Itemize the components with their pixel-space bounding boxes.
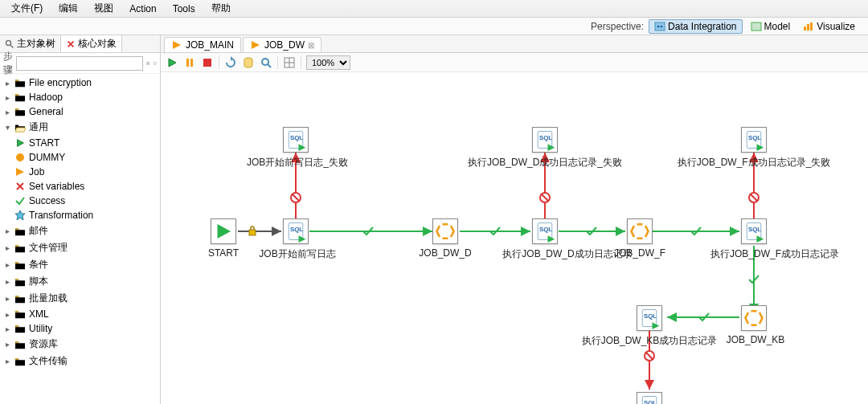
tree-ftp[interactable]: ▸文件传输 [0, 353, 160, 369]
tree-repo[interactable]: ▸资源库 [0, 336, 160, 353]
tree-setvar[interactable]: Set variables [0, 179, 160, 194]
node-dw-f-fail[interactable] [741, 127, 767, 153]
expander-icon[interactable]: ▸ [3, 324, 11, 333]
folder-icon [14, 277, 26, 287]
menu-action[interactable]: Action [121, 2, 164, 16]
tree-filemgmt[interactable]: ▸文件管理 [0, 239, 160, 256]
node-dw-kb[interactable] [741, 305, 767, 331]
setvar-icon [14, 181, 26, 192]
sql-icon [743, 220, 765, 243]
replay-icon[interactable] [224, 56, 237, 69]
tree-xml[interactable]: ▸XML [0, 307, 160, 321]
expander-icon[interactable]: ▸ [3, 357, 11, 365]
steps-search-input[interactable] [16, 56, 143, 71]
vis-icon [803, 22, 814, 31]
node-dw-d[interactable] [432, 218, 458, 244]
node-start[interactable] [211, 218, 236, 244]
tree-hadoop[interactable]: ▸Hadoop [0, 90, 160, 104]
tab-job-main[interactable]: JOB_MAIN [164, 37, 241, 52]
node-dw-f-fail-label: 执行JOB_DW_F成功日志记录_失败 [678, 156, 831, 169]
node-prelog-label: JOB开始前写日志 [259, 247, 335, 261]
perspective-visualize[interactable]: Visualize [798, 20, 860, 33]
expander-icon[interactable]: ▸ [3, 310, 11, 318]
tree-start[interactable]: START [0, 136, 160, 150]
expander-icon[interactable]: ▸ [3, 108, 11, 116]
tree-job[interactable]: Job [0, 165, 160, 179]
node-dw-f[interactable] [627, 218, 653, 244]
sql-icon [534, 220, 556, 243]
tree-file-encryption[interactable]: ▸File encryption [0, 75, 160, 90]
node-dw-d-fail-label: 执行JOB_DW_D成功日志记录_失败 [468, 156, 622, 169]
side-tab-core-objects[interactable]: 核心对象 [61, 35, 122, 52]
node-dw-kb-ok[interactable] [637, 305, 662, 331]
tree-utility[interactable]: ▸Utility [0, 321, 160, 336]
node-dw-f-ok[interactable] [741, 218, 767, 244]
menu-file[interactable]: 文件(F) [3, 0, 51, 17]
tree-bulk[interactable]: ▸批量加载 [0, 290, 160, 307]
pencil-icon [66, 39, 76, 49]
sidebar: 主对象树 核心对象 步骤 ▸File encryption ▸Hadoop ▸G… [0, 35, 161, 404]
tree-success[interactable]: Success [0, 194, 160, 208]
sql-icon[interactable] [242, 56, 255, 69]
expander-icon[interactable]: ▸ [3, 278, 11, 286]
node-dw-kb-fail[interactable] [637, 392, 662, 404]
folder-icon [14, 260, 26, 270]
tree-dummy[interactable]: DUMMY [0, 150, 160, 165]
node-dw-d-ok-label: 执行JOB_DW_D成功日志记录 [502, 247, 632, 261]
sql-icon [285, 129, 307, 151]
close-icon[interactable]: ⊠ [308, 41, 314, 50]
expander-icon[interactable]: ▸ [3, 261, 11, 269]
grid-icon[interactable] [283, 56, 296, 69]
node-prelog[interactable] [283, 218, 309, 244]
perspective-label: Perspective: [591, 21, 644, 32]
expander-icon[interactable]: ▸ [3, 341, 11, 349]
tab-job-dw[interactable]: JOB_DW⊠ [243, 37, 321, 52]
node-start-label: START [208, 247, 239, 259]
node-dw-d-label: JOB_DW_D [419, 247, 471, 259]
folder-icon [14, 92, 26, 102]
sql-icon [534, 129, 556, 151]
sql-icon [638, 394, 661, 404]
expander-icon[interactable]: ▸ [3, 79, 11, 87]
tree-cond[interactable]: ▸条件 [0, 256, 160, 273]
menu-tools[interactable]: Tools [165, 2, 203, 16]
tree-transformation[interactable]: Transformation [0, 208, 160, 222]
folder-icon [14, 309, 26, 319]
menu-view[interactable]: 视图 [86, 0, 121, 17]
steps-label: 步骤 [3, 50, 13, 77]
perspective-data-integration[interactable]: Data Integration [649, 19, 742, 34]
expander-icon[interactable]: ▸ [3, 295, 11, 303]
explore-icon[interactable] [260, 56, 272, 69]
stop-icon[interactable] [201, 56, 214, 69]
run-icon[interactable] [166, 56, 178, 69]
tree-tongyong[interactable]: ▾通用 [0, 119, 160, 136]
tree-script[interactable]: ▸脚本 [0, 273, 160, 290]
pause-icon[interactable] [183, 56, 196, 69]
folder-icon [14, 78, 26, 88]
expander-icon[interactable]: ▸ [3, 93, 11, 101]
menu-edit[interactable]: 编辑 [51, 0, 86, 17]
node-dw-kb-label: JOB_DW_KB [727, 334, 785, 345]
collapse-all-icon[interactable] [154, 57, 158, 70]
tree-general[interactable]: ▸General [0, 104, 160, 119]
folder-icon [14, 243, 26, 253]
job-icon [14, 166, 26, 178]
expander-icon[interactable]: ▸ [3, 244, 11, 252]
expander-icon[interactable]: ▾ [3, 124, 11, 132]
node-prelog-fail[interactable] [283, 127, 309, 153]
search-icon [5, 39, 14, 49]
job-icon [743, 307, 765, 329]
job-icon [434, 220, 457, 243]
sql-icon [285, 220, 307, 243]
canvas[interactable]: START JOB开始前写日志 JOB开始前写日志_失败 JOB_DW_D 执行… [161, 72, 868, 404]
menu-help[interactable]: 帮助 [203, 0, 239, 17]
node-dw-d-ok[interactable] [532, 218, 558, 244]
expander-icon[interactable]: ▸ [3, 227, 11, 235]
job-tab-icon [250, 39, 261, 51]
perspective-model[interactable]: Model [746, 20, 796, 33]
expand-all-icon[interactable] [146, 57, 150, 70]
node-dw-d-fail[interactable] [532, 127, 558, 153]
tree-mail[interactable]: ▸邮件 [0, 222, 160, 239]
folder-icon [14, 357, 26, 366]
zoom-select[interactable]: 100% [306, 55, 350, 70]
